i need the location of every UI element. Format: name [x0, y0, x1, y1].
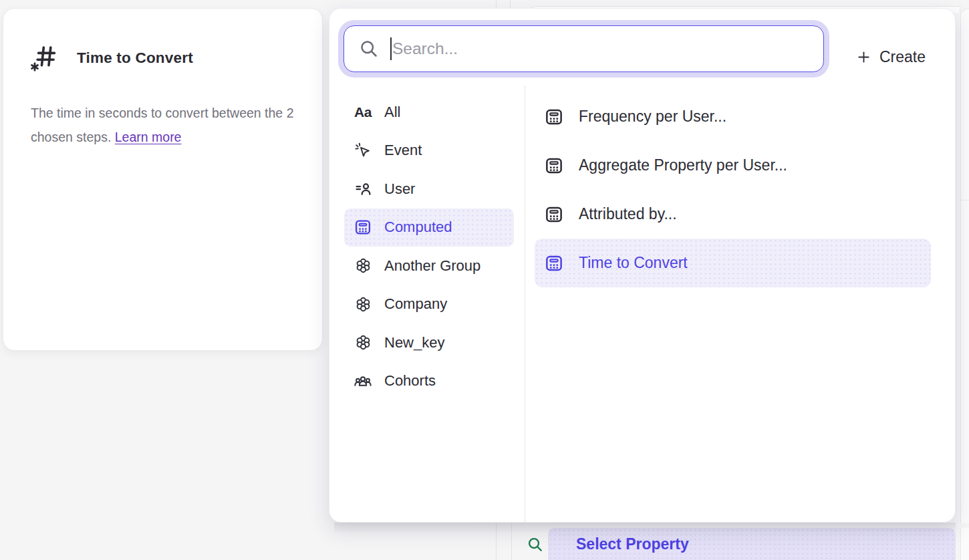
category-label: New_key	[384, 334, 444, 352]
plus-icon	[856, 49, 871, 65]
search-icon	[527, 536, 544, 553]
calculator-icon	[544, 204, 564, 225]
category-label: Event	[384, 142, 422, 159]
select-property-label: Select Property	[576, 535, 689, 553]
card-header: Time to Convert	[30, 39, 193, 77]
computed-number-icon	[30, 43, 58, 74]
property-select-dropdown: Create Aa All Event	[329, 8, 956, 523]
result-label: Attributed by...	[579, 205, 677, 223]
search-icon	[359, 39, 379, 59]
result-item-frequency-per-user[interactable]: Frequency per User...	[535, 92, 931, 141]
results-list: Frequency per User... Aggregate Property…	[535, 92, 931, 287]
category-item-cohorts[interactable]: Cohorts	[344, 362, 514, 401]
create-button[interactable]: Create	[849, 38, 932, 76]
user-profile-icon	[354, 180, 372, 198]
group-cluster-icon	[354, 295, 372, 313]
result-item-aggregate-property-per-user[interactable]: Aggregate Property per User...	[535, 141, 931, 190]
category-label: Company	[384, 295, 447, 313]
category-item-all[interactable]: Aa All	[344, 93, 514, 132]
screen: Select Property Time to Convert The time…	[0, 0, 969, 560]
dropdown-shadow	[334, 523, 956, 533]
category-item-new-key[interactable]: New_key	[344, 323, 514, 362]
category-label: All	[384, 104, 400, 121]
search-focus-ring	[338, 20, 829, 78]
result-item-time-to-convert[interactable]: Time to Convert	[535, 239, 931, 287]
learn-more-link[interactable]: Learn more	[115, 130, 182, 144]
bg-right-panel-edge	[960, 9, 969, 523]
category-item-another-group[interactable]: Another Group	[344, 247, 514, 285]
create-button-label: Create	[879, 48, 926, 66]
category-label: Another Group	[384, 257, 480, 275]
group-cluster-icon	[354, 333, 372, 352]
card-title: Time to Convert	[77, 49, 193, 67]
category-item-company[interactable]: Company	[344, 285, 514, 324]
search-input[interactable]	[392, 29, 823, 69]
result-item-attributed-by[interactable]: Attributed by...	[535, 190, 931, 239]
bg-right-panel-edge	[960, 528, 969, 560]
category-list: Aa All Event	[344, 93, 514, 400]
text-format-icon: Aa	[354, 103, 372, 122]
cursor-click-icon	[354, 141, 372, 160]
cohorts-icon	[354, 372, 372, 390]
category-label: Computed	[384, 219, 452, 236]
calculator-icon	[544, 253, 564, 273]
panel-divider	[525, 86, 525, 523]
category-label: Cohorts	[384, 372, 436, 390]
text-caret	[390, 37, 392, 60]
card-description: The time in seconds to convert between t…	[31, 102, 298, 149]
category-item-event[interactable]: Event	[344, 132, 514, 170]
result-label: Aggregate Property per User...	[579, 156, 787, 174]
category-item-computed[interactable]: Computed	[344, 208, 514, 247]
property-info-card: Time to Convert The time in seconds to c…	[3, 8, 323, 351]
search-field[interactable]	[343, 25, 824, 72]
bg-right-panel-divider	[961, 200, 969, 200]
calculator-icon	[354, 218, 372, 237]
result-label: Time to Convert	[579, 254, 688, 272]
category-label: User	[384, 180, 415, 198]
calculator-icon	[544, 107, 564, 127]
result-label: Frequency per User...	[579, 108, 726, 126]
group-cluster-icon	[354, 257, 372, 275]
calculator-icon	[544, 156, 564, 176]
category-item-user[interactable]: User	[344, 170, 514, 208]
